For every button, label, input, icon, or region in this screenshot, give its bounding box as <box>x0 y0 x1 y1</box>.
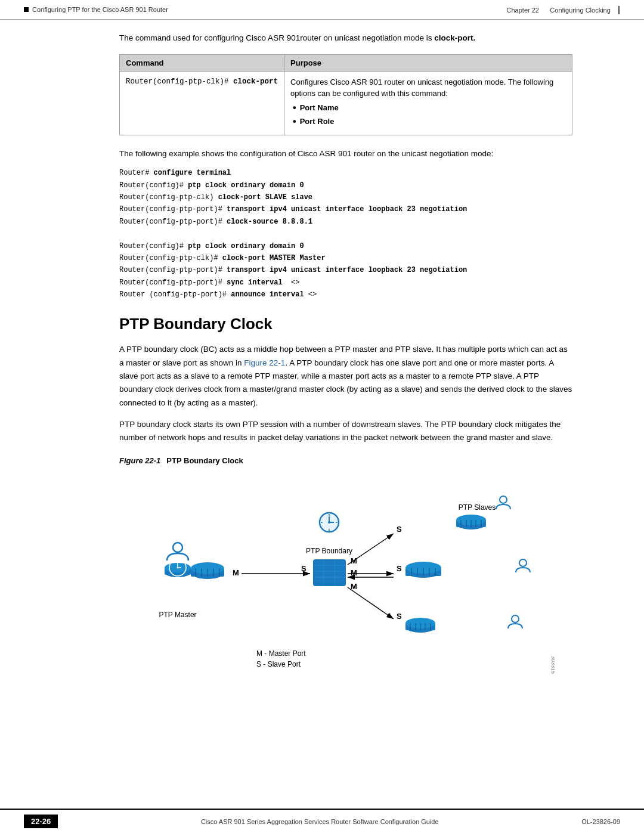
page-header: Configuring PTP for the Cisco ASR 901 Ro… <box>0 0 644 20</box>
code-line-7: Router(config-ptp-clk)# clock-port MASTE… <box>119 254 326 262</box>
slave-upper-switch <box>456 515 486 529</box>
code-line-10: Router (config-ptp-port)# announce inter… <box>119 290 317 299</box>
example-intro: The following example shows the configur… <box>119 147 572 160</box>
footer-guide-title: Cisco ASR 901 Series Aggregation Service… <box>201 818 439 825</box>
svg-point-39 <box>500 496 507 503</box>
page-footer: 22-26 Cisco ASR 901 Series Aggregation S… <box>0 809 644 833</box>
command-table: Command Purpose Router(config-ptp-clk)# … <box>119 54 572 135</box>
purpose-text: Configures Cisco ASR 901 router on unica… <box>290 78 553 98</box>
content-area: The command used for configuring Cisco A… <box>0 20 644 809</box>
code-line-2: Router(config)# ptp clock ordinary domai… <box>119 181 304 190</box>
page-container: Configuring PTP for the Cisco ASR 901 Ro… <box>0 0 644 833</box>
ptp-boundary-clock-diagram: PTP Master M <box>137 471 555 686</box>
svg-rect-20 <box>313 559 346 586</box>
page-number: 22-26 <box>24 815 58 828</box>
ptp-slaves-label: PTP Slaves <box>459 503 496 512</box>
header-square-icon <box>24 7 29 12</box>
s-label-before-boundary: S <box>301 564 306 573</box>
body-para-2: PTP boundary clock starts its own PTP se… <box>119 418 572 445</box>
slave-lower-switch <box>405 618 435 633</box>
table-header-row: Command Purpose <box>120 54 572 71</box>
slave-upper-person <box>496 496 510 509</box>
ptp-master-group <box>165 543 191 577</box>
header-left: Configuring PTP for the Cisco ASR 901 Ro… <box>24 6 168 13</box>
legend-master-port: M - Master Port <box>256 649 306 658</box>
code-line-5: Router(config-ptp-port)# clock-source 8.… <box>119 218 312 226</box>
svg-point-48 <box>519 559 527 566</box>
bullet-port-role: Port Role <box>293 116 566 128</box>
intro-bold: clock-port. <box>434 33 475 42</box>
code-line-1: Router# configure terminal <box>119 169 231 177</box>
s-label-upper: S <box>397 525 402 534</box>
code-line-3: Router(config-ptp-clk) clock-port SLAVE … <box>119 193 312 202</box>
svg-line-38 <box>348 587 394 619</box>
ptp-master-switch <box>191 562 224 579</box>
header-right: Chapter 22 Configuring Clocking | <box>507 5 620 14</box>
purpose-cell: Configures Cisco ASR 901 router on unica… <box>284 71 572 135</box>
m-label-left: M <box>233 568 239 577</box>
code-block: Router# configure terminal Router(config… <box>119 167 572 301</box>
ptp-boundary-label: PTP Boundary <box>306 547 352 555</box>
svg-point-2 <box>173 543 182 552</box>
code-line-8: Router(config-ptp-port)# transport ipv4 … <box>119 266 467 274</box>
figure-title: PTP Boundary Clock <box>166 456 243 465</box>
diagram-area: PTP Master M <box>119 471 572 686</box>
col-header-command: Command <box>120 54 284 71</box>
diagram-id: 303315 <box>550 656 555 674</box>
legend-slave-port: S - Slave Port <box>256 660 301 668</box>
ptp-boundary-clock-icon <box>320 513 339 532</box>
ptp-master-label: PTP Master <box>159 611 196 619</box>
m-label-mid: M <box>351 568 357 577</box>
header-breadcrumb: Configuring PTP for the Cisco ASR 901 Ro… <box>32 6 168 13</box>
figure-ref-link[interactable]: Figure 22-1 <box>244 358 285 367</box>
col-header-purpose: Purpose <box>284 54 572 71</box>
code-line-6: Router(config)# ptp clock ordinary domai… <box>119 242 304 250</box>
footer-doc-id: OL-23826-09 <box>581 818 620 825</box>
s-label-lower: S <box>397 612 402 621</box>
ptp-boundary-box <box>313 559 346 586</box>
intro-paragraph: The command used for configuring Cisco A… <box>119 32 572 45</box>
cmd-plain: Router(config-ptp-clk)# <box>126 78 233 86</box>
cmd-bold: clock-port <box>233 78 278 86</box>
intro-text-before: The command used for configuring Cisco A… <box>119 33 434 42</box>
svg-line-35 <box>348 534 394 565</box>
svg-point-10 <box>177 567 179 569</box>
header-chapter-title: Configuring Clocking <box>550 7 611 14</box>
table-row: Router(config-ptp-clk)# clock-port Confi… <box>120 71 572 135</box>
bullet-port-name: Port Name <box>293 102 566 114</box>
header-chapter: Chapter 22 <box>507 7 539 14</box>
svg-point-30 <box>328 521 330 524</box>
figure-number: Figure 22-1 <box>119 456 160 465</box>
slave-mid-person <box>516 559 530 572</box>
purpose-bullets: Port Name Port Role <box>290 102 566 128</box>
svg-point-57 <box>512 615 519 623</box>
slave-mid-switch <box>405 562 441 578</box>
slave-lower-person <box>508 615 522 628</box>
body-para-1: A PTP boundary clock (BC) acts as a midd… <box>119 343 572 409</box>
command-cell: Router(config-ptp-clk)# clock-port <box>120 71 284 135</box>
figure-caption: Figure 22-1 PTP Boundary Clock <box>119 456 572 465</box>
code-line-9: Router(config-ptp-port)# sync interval <… <box>119 278 299 287</box>
code-line-4: Router(config-ptp-port)# transport ipv4 … <box>119 205 467 213</box>
section-heading: PTP Boundary Clock <box>119 315 572 333</box>
s-label-mid: S <box>397 564 402 573</box>
